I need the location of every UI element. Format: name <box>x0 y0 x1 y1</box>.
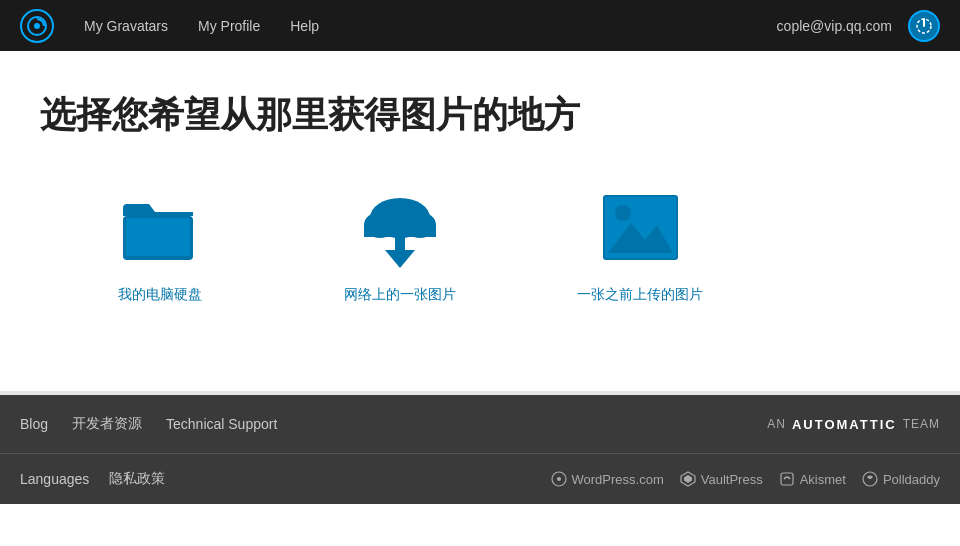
vaultpress-icon <box>680 471 696 487</box>
svg-marker-19 <box>684 475 692 483</box>
option-url-label: 网络上的一张图片 <box>344 286 456 304</box>
svg-point-14 <box>615 205 631 221</box>
folder-icon <box>115 190 205 270</box>
footer-bottom-right: WordPress.com VaultPress <box>551 471 940 487</box>
brand-suffix: TEAM <box>903 417 940 431</box>
footer-bottom-left: Languages 隐私政策 <box>20 470 165 488</box>
partner-akismet[interactable]: Akismet <box>779 471 846 487</box>
nav-help[interactable]: Help <box>290 18 319 34</box>
user-email: cople@vip.qq.com <box>777 18 892 34</box>
partner-wordpress[interactable]: WordPress.com <box>551 471 664 487</box>
partner-vaultpress-label: VaultPress <box>701 472 763 487</box>
main-content: 选择您希望从那里获得图片的地方 我的电脑硬盘 <box>0 51 960 391</box>
footer-languages-link[interactable]: Languages <box>20 471 89 487</box>
footer-dev-link[interactable]: 开发者资源 <box>72 415 142 433</box>
footer-bottom: Languages 隐私政策 WordPress.com <box>0 454 960 504</box>
footer-blog-link[interactable]: Blog <box>20 416 48 432</box>
svg-point-17 <box>557 477 561 481</box>
image-icon <box>595 190 685 270</box>
akismet-icon <box>779 471 795 487</box>
partner-akismet-label: Akismet <box>800 472 846 487</box>
gravatar-logo <box>20 9 54 43</box>
brand-prefix: AN <box>767 417 786 431</box>
option-url[interactable]: 网络上的一张图片 <box>280 190 520 304</box>
option-previous-label: 一张之前上传的图片 <box>577 286 703 304</box>
partner-polldaddy[interactable]: Polldaddy <box>862 471 940 487</box>
partner-wordpress-label: WordPress.com <box>572 472 664 487</box>
option-computer[interactable]: 我的电脑硬盘 <box>40 190 280 304</box>
header-left: My Gravatars My Profile Help <box>20 9 319 43</box>
option-previous[interactable]: 一张之前上传的图片 <box>520 190 760 304</box>
svg-point-1 <box>34 23 40 29</box>
footer-nav: Blog 开发者资源 Technical Support <box>20 415 277 433</box>
footer: Blog 开发者资源 Technical Support AN AUTOMATT… <box>0 395 960 504</box>
page-title: 选择您希望从那里获得图片的地方 <box>40 91 920 140</box>
nav-my-gravatars[interactable]: My Gravatars <box>84 18 168 34</box>
option-computer-label: 我的电脑硬盘 <box>118 286 202 304</box>
header-right: cople@vip.qq.com <box>777 10 940 42</box>
footer-privacy-link[interactable]: 隐私政策 <box>109 470 165 488</box>
logout-button[interactable] <box>908 10 940 42</box>
options-row: 我的电脑硬盘 网络上的一张图片 <box>40 190 920 304</box>
automattic-brand: AN AUTOMATTIC TEAM <box>767 417 940 432</box>
partner-vaultpress[interactable]: VaultPress <box>680 471 763 487</box>
automattic-logo: AUTOMATTIC <box>792 417 897 432</box>
footer-top: Blog 开发者资源 Technical Support AN AUTOMATT… <box>0 395 960 454</box>
svg-marker-11 <box>385 250 415 268</box>
wordpress-icon <box>551 471 567 487</box>
partner-polldaddy-label: Polldaddy <box>883 472 940 487</box>
header: My Gravatars My Profile Help cople@vip.q… <box>0 0 960 51</box>
cloud-download-icon <box>355 190 445 270</box>
footer-support-link[interactable]: Technical Support <box>166 416 277 432</box>
svg-rect-5 <box>126 218 190 256</box>
polldaddy-icon <box>862 471 878 487</box>
svg-rect-20 <box>781 473 793 485</box>
nav-my-profile[interactable]: My Profile <box>198 18 260 34</box>
